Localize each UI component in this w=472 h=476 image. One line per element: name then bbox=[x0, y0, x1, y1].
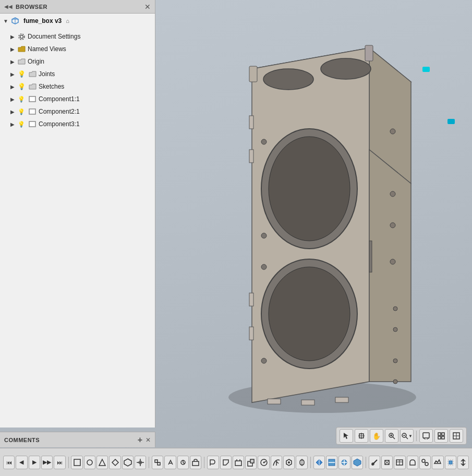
tree-item-component1[interactable]: ▶ 💡 Component1:1 bbox=[0, 93, 155, 105]
tool-btn-11[interactable] bbox=[207, 456, 219, 469]
toolbar-sep-1 bbox=[68, 457, 69, 468]
expand-arrow-component3[interactable]: ▶ bbox=[8, 121, 17, 127]
screw-hole-r3 bbox=[390, 223, 395, 228]
component1-bulb-icon: 💡 bbox=[17, 94, 26, 104]
expand-arrow-origin[interactable]: ▶ bbox=[8, 59, 17, 65]
component2-bulb-icon: 💡 bbox=[17, 107, 26, 116]
play-prev-button[interactable]: ◀ bbox=[16, 456, 27, 469]
tool-btn-26[interactable] bbox=[407, 456, 418, 469]
tree-item-joints[interactable]: ▶ 💡 Joints bbox=[0, 68, 155, 80]
component3-bulb-icon: 💡 bbox=[17, 119, 26, 129]
tool-btn-15[interactable] bbox=[258, 456, 269, 469]
tree-item-document-settings[interactable]: ▶ Document Settings bbox=[0, 30, 155, 43]
play-button[interactable]: ▶ bbox=[29, 456, 40, 469]
tool-btn-3[interactable] bbox=[96, 456, 108, 469]
component2-box-icon bbox=[28, 107, 37, 116]
tree-label-sketches: Sketches bbox=[39, 83, 64, 90]
tool-btn-24[interactable] bbox=[381, 456, 393, 469]
svg-rect-5 bbox=[29, 96, 35, 102]
tool-btn-2[interactable] bbox=[84, 456, 95, 469]
hand-tool-button[interactable]: ✋ bbox=[370, 429, 383, 443]
tool-btn-17[interactable] bbox=[283, 456, 295, 469]
browser-collapse-icon[interactable]: ◀◀ bbox=[4, 4, 13, 9]
browser-panel: ◀◀ BROWSER ✕ ▼ fume_box v3 ⌂ ▶ bbox=[0, 0, 155, 428]
tool-btn-23[interactable] bbox=[369, 456, 380, 469]
tool-btn-12[interactable] bbox=[220, 456, 232, 469]
svg-marker-62 bbox=[354, 459, 361, 466]
tool-btn-9[interactable] bbox=[177, 456, 189, 469]
screw-hole-r6 bbox=[393, 327, 397, 332]
play-end-button[interactable]: ⏭ bbox=[54, 456, 65, 469]
browser-header: ◀◀ BROWSER ✕ bbox=[0, 0, 155, 14]
tool-btn-18[interactable] bbox=[296, 456, 307, 469]
toolbar-sep-4 bbox=[310, 457, 311, 468]
tool-btn-19[interactable] bbox=[313, 456, 325, 469]
tool-btn-7[interactable] bbox=[152, 456, 163, 469]
zoom-in-button[interactable] bbox=[385, 429, 398, 443]
joints-folder-icon bbox=[28, 69, 37, 79]
tool-btn-27[interactable] bbox=[419, 456, 431, 469]
tree-item-component2[interactable]: ▶ 💡 Component2:1 bbox=[0, 105, 155, 118]
model-svg bbox=[208, 38, 427, 413]
tool-btn-28[interactable] bbox=[432, 456, 443, 469]
cursor-tool-button[interactable] bbox=[340, 429, 353, 443]
svg-rect-23 bbox=[442, 433, 444, 435]
svg-point-30 bbox=[87, 460, 92, 465]
doc-expand-arrow[interactable]: ▼ bbox=[3, 18, 8, 24]
grid-view-button[interactable] bbox=[434, 429, 448, 443]
tool-btn-5[interactable] bbox=[122, 456, 134, 469]
toolbar-separator-1 bbox=[416, 431, 417, 441]
expand-arrow-component1[interactable]: ▶ bbox=[8, 96, 17, 102]
expand-arrow-component2[interactable]: ▶ bbox=[8, 109, 17, 115]
tree-item-component3[interactable]: ▶ 💡 Component3:1 bbox=[0, 118, 155, 130]
tree-item-sketches[interactable]: ▶ 💡 Sketches bbox=[0, 80, 155, 93]
expand-arrow-settings[interactable]: ▶ bbox=[8, 34, 17, 40]
expand-arrow-sketches[interactable]: ▶ bbox=[8, 84, 17, 90]
doc-home-icon[interactable]: ⌂ bbox=[66, 18, 69, 24]
svg-rect-44 bbox=[192, 461, 199, 466]
tool-btn-30[interactable] bbox=[457, 456, 469, 469]
play-start-button[interactable]: ⏮ bbox=[3, 456, 15, 469]
tool-btn-4[interactable] bbox=[109, 456, 120, 469]
toolbar-sep-3 bbox=[204, 457, 204, 468]
tool-btn-16[interactable] bbox=[271, 456, 282, 469]
tool-btn-22[interactable] bbox=[352, 456, 363, 469]
add-comment-button[interactable]: + bbox=[138, 435, 142, 445]
browser-close-button[interactable]: ✕ bbox=[144, 3, 151, 11]
svg-point-54 bbox=[288, 461, 290, 463]
tab-b3 bbox=[335, 397, 348, 402]
tree-item-origin[interactable]: ▶ Origin bbox=[0, 55, 155, 68]
tool-btn-20[interactable] bbox=[326, 456, 337, 469]
svg-line-13 bbox=[393, 437, 395, 439]
tool-btn-25[interactable] bbox=[394, 456, 405, 469]
play-next-button[interactable]: ▶▶ bbox=[41, 456, 53, 469]
pan-tool-button[interactable] bbox=[355, 429, 368, 443]
tool-btn-29[interactable] bbox=[445, 456, 456, 469]
tool-btn-14[interactable] bbox=[245, 456, 257, 469]
tile-view-button[interactable] bbox=[450, 429, 463, 443]
svg-marker-33 bbox=[124, 459, 131, 466]
top-circle-right bbox=[321, 58, 371, 79]
tree-label-joints: Joints bbox=[39, 70, 55, 78]
screw-hole-2 bbox=[261, 233, 267, 238]
tree-item-named-views[interactable]: ▶ Named Views bbox=[0, 43, 155, 55]
connector-marker-top bbox=[422, 67, 430, 72]
screw-hole-r7 bbox=[393, 359, 397, 363]
tree-label-component3: Component3:1 bbox=[39, 120, 80, 128]
zoom-dropdown-button[interactable]: ▼ bbox=[400, 429, 414, 443]
document-row[interactable]: ▼ fume_box v3 ⌂ bbox=[0, 14, 155, 28]
svg-marker-32 bbox=[112, 459, 118, 466]
tool-btn-1[interactable] bbox=[71, 456, 82, 469]
expand-arrow-joints[interactable]: ▶ bbox=[8, 71, 17, 77]
tool-btn-6[interactable] bbox=[135, 456, 146, 469]
display-mode-button[interactable] bbox=[419, 429, 433, 443]
svg-marker-45 bbox=[223, 460, 228, 465]
expand-arrow-named-views[interactable]: ▶ bbox=[8, 46, 17, 52]
tool-btn-21[interactable] bbox=[338, 456, 350, 469]
screw-hole-4 bbox=[261, 358, 267, 363]
tool-btn-10[interactable] bbox=[190, 456, 201, 469]
tool-btn-8[interactable] bbox=[164, 456, 176, 469]
tool-btn-13[interactable] bbox=[233, 456, 244, 469]
doc-icon bbox=[10, 16, 20, 26]
comments-panel-close[interactable]: ✕ bbox=[146, 436, 151, 444]
